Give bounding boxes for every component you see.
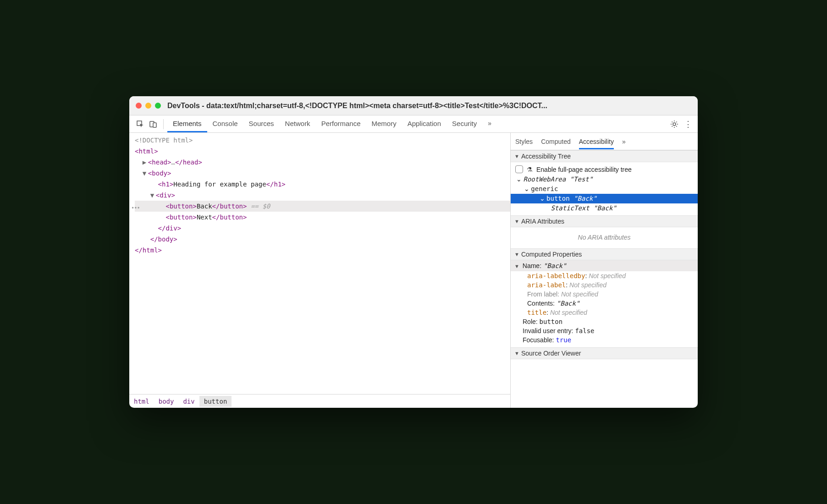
close-icon[interactable] [136, 103, 142, 109]
dom-tree[interactable]: <!DOCTYPE html> <html> ▶<head>…</head> ▼… [129, 133, 510, 394]
aria-body: No ARIA attributes [511, 227, 698, 248]
tab-network[interactable]: Network [280, 116, 316, 132]
prop-role: Role: button [514, 317, 694, 326]
dom-button-back[interactable]: ••• <button>Back</button> == $0 [135, 201, 510, 212]
enable-full-tree-row[interactable]: ⚗ Enable full-page accessibility tree [514, 164, 694, 175]
dom-doctype[interactable]: <!DOCTYPE html> [135, 135, 510, 146]
sidebar-tabs-overflow-icon[interactable]: » [622, 138, 626, 145]
prop-focusable: Focusable: true [514, 335, 694, 345]
no-aria-message: No ARIA attributes [514, 229, 694, 246]
tab-security[interactable]: Security [447, 116, 482, 132]
chevron-down-icon: ▼ [514, 219, 519, 224]
accessibility-tree-body: ⚗ Enable full-page accessibility tree ⌄ … [511, 162, 698, 215]
prop-contents: Contents: "Back" [514, 299, 694, 308]
section-source-order-viewer[interactable]: ▼ Source Order Viewer [511, 347, 698, 359]
toolbar: Elements Console Sources Network Perform… [129, 115, 698, 133]
side-tab-computed[interactable]: Computed [541, 138, 571, 145]
breadcrumb: html body div button [129, 394, 510, 408]
side-tab-accessibility[interactable]: Accessibility [579, 138, 614, 149]
titlebar: DevTools - data:text/html;charset=utf-8,… [129, 96, 698, 115]
minimize-icon[interactable] [145, 103, 151, 109]
flask-icon: ⚗ [527, 166, 533, 173]
dom-div-close[interactable]: </div> [135, 223, 510, 234]
crumb-html[interactable]: html [129, 396, 154, 407]
svg-rect-2 [153, 123, 156, 127]
dom-div-open[interactable]: ▼<div> [135, 190, 510, 201]
main-panel: <!DOCTYPE html> <html> ▶<head>…</head> ▼… [129, 133, 698, 408]
dom-html-open[interactable]: <html> [135, 146, 510, 157]
chevron-down-icon: ▼ [514, 252, 519, 257]
tab-elements[interactable]: Elements [167, 116, 207, 132]
prop-from-label: From label: Not specified [514, 290, 694, 299]
ax-button[interactable]: ⌄ button "Back" [511, 194, 698, 203]
window-title: DevTools - data:text/html;charset=utf-8,… [167, 102, 691, 110]
dom-head[interactable]: ▶<head>…</head> [135, 157, 510, 168]
ax-generic[interactable]: ⌄ generic [514, 184, 694, 194]
enable-full-tree-checkbox[interactable] [515, 165, 523, 173]
chevron-down-icon: ▼ [514, 351, 519, 356]
sidebar-panel: Styles Computed Accessibility » ▼ Access… [511, 133, 698, 408]
dom-button-next[interactable]: <button>Next</button> [135, 212, 510, 223]
dom-body-open[interactable]: ▼<body> [135, 168, 510, 179]
side-tab-styles[interactable]: Styles [515, 138, 533, 145]
crumb-div[interactable]: div [178, 396, 199, 407]
panel-tabs: Elements Console Sources Network Perform… [167, 116, 497, 132]
tabs-overflow-icon[interactable]: » [482, 116, 497, 132]
separator [163, 119, 164, 129]
tab-memory[interactable]: Memory [366, 116, 402, 132]
section-computed-properties[interactable]: ▼ Computed Properties [511, 248, 698, 260]
prop-title: title: Not specified [514, 308, 694, 317]
prop-invalid: Invalid user entry: false [514, 326, 694, 335]
tab-performance[interactable]: Performance [316, 116, 366, 132]
sidebar-tabs: Styles Computed Accessibility » [511, 133, 698, 150]
tab-console[interactable]: Console [207, 116, 243, 132]
chevron-down-icon: ▼ [514, 153, 519, 159]
ax-root[interactable]: ⌄ RootWebArea "Test" [514, 175, 694, 184]
crumb-body[interactable]: body [154, 396, 179, 407]
prop-aria-label: aria-label: Not specified [514, 280, 694, 290]
computed-body: ▼ Name: "Back" aria-labelledby: Not spec… [511, 260, 698, 347]
section-aria-attributes[interactable]: ▼ ARIA Attributes [511, 215, 698, 227]
devtools-window: DevTools - data:text/html;charset=utf-8,… [129, 96, 698, 408]
settings-icon[interactable] [670, 120, 678, 128]
device-toggle-icon[interactable] [147, 118, 160, 131]
svg-point-3 [673, 123, 676, 126]
enable-full-tree-label: Enable full-page accessibility tree [536, 166, 632, 173]
dom-html-close[interactable]: </html> [135, 245, 510, 256]
inspect-element-icon[interactable] [134, 118, 147, 131]
tab-sources[interactable]: Sources [243, 116, 280, 132]
tab-application[interactable]: Application [402, 116, 447, 132]
section-accessibility-tree[interactable]: ▼ Accessibility Tree [511, 150, 698, 162]
fullscreen-icon[interactable] [155, 103, 161, 109]
ax-static-text[interactable]: StaticText "Back" [514, 203, 694, 213]
window-controls [136, 103, 161, 109]
dom-h1[interactable]: <h1>Heading for example page</h1> [135, 179, 510, 190]
computed-name-row[interactable]: ▼ Name: "Back" [511, 260, 698, 271]
chevron-down-icon: ▼ [514, 263, 519, 269]
elements-panel: <!DOCTYPE html> <html> ▶<head>…</head> ▼… [129, 133, 511, 408]
crumb-button[interactable]: button [199, 396, 232, 407]
dom-body-close[interactable]: </body> [135, 234, 510, 245]
prop-aria-labelledby: aria-labelledby: Not specified [514, 271, 694, 280]
